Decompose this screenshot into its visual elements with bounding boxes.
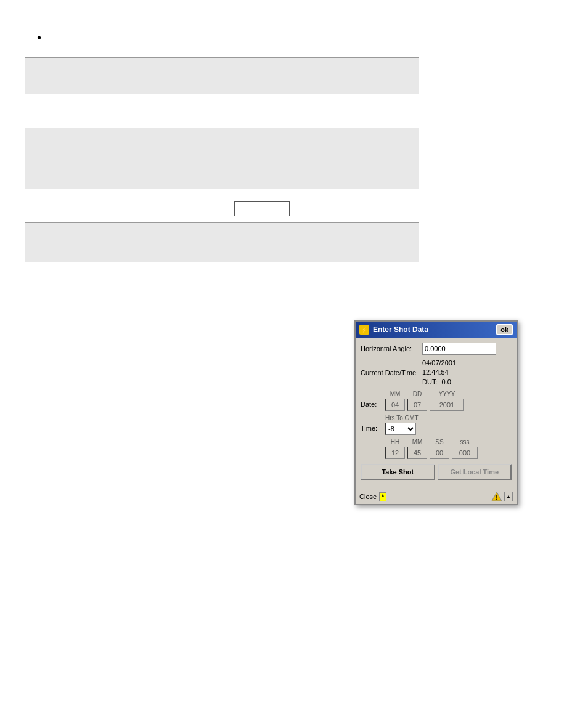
horizontal-angle-input[interactable] [422, 343, 496, 355]
hrs-gmt-group: Hrs To GMT -8 -12 -11 -10 -9 -7 -6 -5 -4 [385, 415, 419, 435]
ok-button[interactable]: ok [496, 324, 513, 335]
scroll-up-arrow[interactable]: ▲ [504, 492, 513, 501]
small-input-box-1[interactable] [25, 107, 55, 121]
current-datetime-display: 04/07/2001 12:44:54 DUT: 0.0 [422, 359, 456, 387]
content-box-2 [25, 128, 419, 189]
time-mm-label: MM [412, 439, 423, 445]
date-label: Date: [361, 391, 385, 408]
date-mm-col: MM [385, 391, 405, 411]
current-datetime-row: Current Date/Time 04/07/2001 12:44:54 DU… [361, 359, 512, 387]
titlebar-left: ⚡ Enter Shot Data [359, 325, 428, 335]
time-sss-col: sss [452, 439, 478, 459]
hrs-gmt-label: Hrs To GMT [385, 415, 419, 421]
svg-text:!: ! [496, 494, 497, 501]
current-datetime-label: Current Date/Time [361, 369, 422, 376]
time-fields-row: HH MM SS sss [361, 439, 512, 459]
horizontal-angle-row: Horizontal Angle: [361, 343, 512, 355]
current-time: 12:44:54 [422, 368, 456, 377]
dut-value: 0.0 [442, 378, 451, 386]
current-date: 04/07/2001 [422, 359, 456, 368]
time-mm-col: MM [407, 439, 427, 459]
date-yyyy-col: YYYY [430, 391, 464, 411]
time-hh-label: HH [391, 439, 399, 445]
time-ss-label: SS [435, 439, 443, 445]
dialog-footer: Close * ! ▲ [356, 489, 517, 504]
time-hh-col: HH [385, 439, 405, 459]
time-mm-input[interactable] [407, 447, 427, 459]
date-dd-col: DD [407, 391, 427, 411]
footer-close-area: Close * [359, 492, 386, 501]
inline-row-1 [25, 107, 563, 121]
date-dd-label: DD [413, 391, 422, 397]
time-ss-col: SS [430, 439, 449, 459]
medium-input-box-1[interactable] [234, 201, 290, 216]
date-columns: MM DD YYYY [385, 391, 464, 411]
date-yyyy-input[interactable] [430, 399, 464, 411]
get-local-time-button[interactable]: Get Local Time [438, 464, 512, 480]
time-label: Time: [361, 415, 385, 432]
star-badge[interactable]: * [379, 492, 386, 501]
date-mm-input[interactable] [385, 399, 405, 411]
date-fields-row: Date: MM DD YYYY [361, 391, 512, 411]
time-sss-input[interactable] [452, 447, 478, 459]
hrs-gmt-row: Time: Hrs To GMT -8 -12 -11 -10 -9 -7 -6… [361, 415, 512, 435]
enter-shot-data-dialog: ⚡ Enter Shot Data ok Horizontal Angle: C… [354, 320, 518, 505]
take-shot-button[interactable]: Take Shot [361, 464, 435, 480]
date-fields-group: MM DD YYYY [385, 391, 464, 411]
dialog-titlebar: ⚡ Enter Shot Data ok [356, 322, 517, 338]
bullet-point: • [37, 31, 563, 45]
dialog-body: Horizontal Angle: Current Date/Time 04/0… [356, 338, 517, 489]
close-label: Close [359, 493, 377, 500]
content-box-1 [25, 57, 419, 94]
date-dd-input[interactable] [407, 399, 427, 411]
time-columns: HH MM SS sss [385, 439, 478, 459]
dialog-title: Enter Shot Data [373, 325, 428, 334]
content-box-3 [25, 222, 419, 262]
horizontal-angle-label: Horizontal Angle: [361, 345, 422, 352]
time-sss-label: sss [460, 439, 470, 445]
date-mm-label: MM [390, 391, 401, 397]
dut-row: DUT: 0.0 [422, 378, 456, 387]
date-yyyy-label: YYYY [439, 391, 455, 397]
underline-field-1[interactable] [68, 108, 166, 120]
time-ss-input[interactable] [430, 447, 449, 459]
dialog-buttons-row: Take Shot Get Local Time [361, 464, 512, 480]
dut-label: DUT: [422, 378, 437, 386]
warning-icon: ! [491, 491, 502, 502]
footer-right-area: ! ▲ [491, 491, 513, 502]
time-hh-input[interactable] [385, 447, 405, 459]
title-icon: ⚡ [359, 325, 369, 335]
hrs-gmt-select[interactable]: -8 -12 -11 -10 -9 -7 -6 -5 -4 [385, 423, 416, 435]
